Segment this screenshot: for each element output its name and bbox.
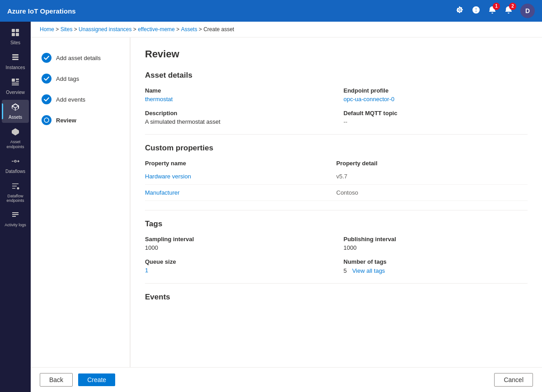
property-detail-header: Property detail [336,160,528,167]
dataflows-icon [11,157,20,168]
notification2-icon[interactable]: 2 [504,5,513,17]
app-title: Azure IoT Operations [7,7,450,15]
notification2-badge: 2 [509,3,516,10]
number-of-tags-label: Number of tags [344,258,528,265]
queue-size-label: Queue size [145,258,329,265]
breadcrumb-home[interactable]: Home [40,26,54,33]
name-value: thermostat [145,96,329,103]
endpoint-profile-cell: Endpoint profile opc-ua-connector-0 [344,87,528,103]
description-label: Description [145,110,329,117]
queue-size-cell: Queue size 1 [145,258,329,274]
tags-grid: Sampling interval 1000 Publishing interv… [145,236,528,274]
sidebar-item-assets[interactable]: Assets [2,100,29,123]
activity-logs-icon [11,210,20,222]
publishing-interval-cell: Publishing interval 1000 [344,236,528,251]
breadcrumb-current: Create asset [203,26,234,33]
footer-bar: Back Create Cancel [31,367,542,392]
sidebar-item-overview[interactable]: Overview [2,75,29,98]
property-value-1: Contoso [336,189,528,196]
svg-rect-9 [16,81,19,82]
svg-rect-10 [12,83,19,84]
step-icon-add-tags [42,74,51,84]
svg-point-14 [44,118,49,122]
sidebar-item-activity-logs[interactable]: Activity logs [2,208,29,230]
top-navigation: Azure IoT Operations 1 2 D [0,0,542,22]
sidebar-item-instances[interactable]: Instances [2,50,29,73]
help-icon[interactable] [472,5,481,17]
sidebar-item-asset-endpoints[interactable]: Asset endpoints [2,125,29,152]
property-value-0: v5.7 [336,173,528,180]
activity-logs-label: Activity logs [5,223,26,228]
divider-1 [145,134,528,135]
svg-point-13 [17,187,19,189]
assets-label: Assets [9,115,22,120]
view-all-tags-link[interactable]: View all tags [352,267,385,274]
property-name-0: Hardware version [145,173,336,180]
main-area: Home > Sites > Unassigned instances > ef… [31,22,542,392]
instances-icon [11,53,20,64]
mqtt-topic-label: Default MQTT topic [344,110,528,117]
step-icon-review [42,115,51,125]
step-add-events[interactable]: Add events [38,90,122,109]
property-name-header: Property name [145,160,336,167]
svg-rect-11 [12,84,19,85]
step-icon-add-events [42,94,51,104]
svg-rect-6 [12,59,19,60]
number-of-tags-cell: Number of tags 5 View all tags [344,258,528,274]
main-layout: Sites Instances Overview Assets Asset en… [0,22,542,392]
svg-rect-3 [16,33,19,36]
sites-icon [11,28,20,39]
svg-rect-8 [16,79,19,80]
breadcrumb-assets[interactable]: Assets [181,26,197,33]
asset-endpoints-label: Asset endpoints [4,140,27,149]
asset-details-section-title: Asset details [145,71,528,80]
overview-label: Overview [6,90,25,95]
step-add-tags[interactable]: Add tags [38,69,122,88]
step-label-add-asset-details: Add asset details [56,55,101,61]
endpoint-profile-label: Endpoint profile [344,87,528,94]
name-cell: Name thermostat [145,87,329,103]
settings-icon[interactable] [455,5,464,17]
breadcrumb-sites[interactable]: Sites [61,26,73,33]
svg-rect-7 [12,79,15,82]
dataflow-endpoints-label: Dataflow endpoints [4,194,27,204]
step-label-review: Review [56,117,76,124]
breadcrumb-effective-meme[interactable]: effective-meme [138,26,175,33]
sampling-interval-value: 1000 [145,244,329,251]
events-section-title: Events [145,293,528,302]
svg-rect-2 [12,33,15,36]
name-label: Name [145,87,329,94]
nav-icons: 1 2 D [455,4,535,18]
property-row-1: Manufacturer Contoso [145,185,528,201]
sidebar-item-dataflows[interactable]: Dataflows [2,154,29,177]
sidebar-item-sites[interactable]: Sites [2,25,29,48]
back-button[interactable]: Back [40,373,73,387]
custom-properties-header: Property name Property detail [145,160,528,168]
create-button[interactable]: Create [78,373,115,386]
property-row-0: Hardware version v5.7 [145,168,528,185]
overview-icon [11,78,20,89]
sites-label: Sites [10,40,20,46]
publishing-interval-value: 1000 [344,244,528,251]
step-review[interactable]: Review [38,111,122,130]
sidebar-item-dataflow-endpoints[interactable]: Dataflow endpoints [2,179,29,206]
step-label-add-events: Add events [56,96,85,103]
asset-endpoints-icon [11,127,20,139]
queue-size-value: 1 [145,267,329,274]
scroll-spacer [145,309,528,327]
sampling-interval-label: Sampling interval [145,236,329,243]
notification1-badge: 1 [493,3,500,10]
svg-rect-4 [12,54,19,56]
user-avatar[interactable]: D [520,4,535,18]
publishing-interval-label: Publishing interval [344,236,528,243]
step-add-asset-details[interactable]: Add asset details [38,48,122,67]
review-panel: Review Asset details Name thermostat End… [130,37,542,367]
svg-rect-0 [12,29,15,32]
dataflows-label: Dataflows [5,169,25,174]
cancel-button[interactable]: Cancel [494,373,533,387]
notification1-icon[interactable]: 1 [488,5,497,17]
number-of-tags-count: 5 [344,267,347,274]
mqtt-topic-cell: Default MQTT topic -- [344,110,528,125]
breadcrumb-unassigned[interactable]: Unassigned instances [79,26,131,33]
asset-details-grid: Name thermostat Endpoint profile opc-ua-… [145,87,528,125]
